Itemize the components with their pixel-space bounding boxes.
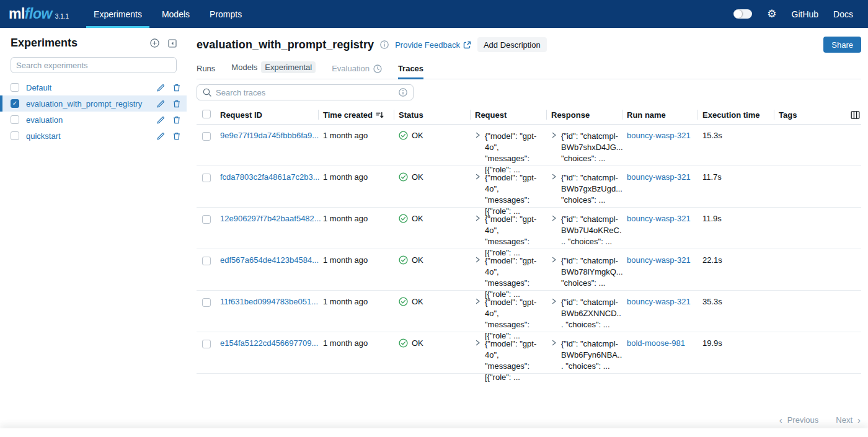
request-id-link[interactable]: fcda7803c2fa4861a7c2b3... — [220, 172, 319, 182]
share-button[interactable]: Share — [823, 37, 861, 53]
experiment-list-item[interactable]: Default — [0, 79, 187, 95]
col-header-status[interactable]: Status — [394, 105, 470, 124]
request-id-link[interactable]: 12e906297f7b42baaf5482... — [220, 214, 321, 223]
sort-descending-icon[interactable] — [376, 111, 384, 119]
expand-response-icon[interactable] — [551, 132, 557, 164]
expand-request-icon[interactable] — [475, 298, 480, 342]
col-header-request-id[interactable]: Request ID — [215, 105, 318, 124]
col-header-response[interactable]: Response — [546, 105, 622, 124]
info-circle-icon[interactable] — [380, 40, 389, 49]
col-header-run-name[interactable]: Run name — [622, 105, 698, 124]
run-name-link[interactable]: bouncy-wasp-321 — [627, 214, 691, 223]
request-id-link[interactable]: e154fa5122cd456697709... — [220, 338, 318, 348]
provide-feedback-link[interactable]: Provide Feedback — [395, 40, 471, 50]
expand-request-icon[interactable] — [475, 257, 480, 300]
col-header-request[interactable]: Request — [470, 105, 546, 124]
run-name-link[interactable]: bouncy-wasp-321 — [627, 131, 691, 140]
add-description-button[interactable]: Add Description — [477, 37, 547, 52]
tab-traces[interactable]: Traces — [398, 64, 423, 79]
previous-page-button[interactable]: ‹ Previous — [779, 415, 819, 425]
experiment-name-link[interactable]: Default — [26, 83, 152, 92]
edit-pencil-icon[interactable] — [157, 84, 165, 92]
trace-row: 12e906297f7b42baaf5482... 1 month ago OK… — [197, 208, 861, 249]
nav-tab-experiments[interactable]: Experiments — [86, 0, 149, 28]
row-checkbox[interactable] — [202, 298, 211, 307]
experiment-checkbox[interactable] — [11, 131, 19, 140]
col-header-tags[interactable]: Tags — [774, 105, 844, 124]
row-checkbox[interactable] — [202, 132, 211, 141]
expand-request-icon[interactable] — [475, 215, 480, 258]
delete-trash-icon[interactable] — [173, 132, 180, 140]
previous-label: Previous — [787, 415, 819, 425]
experiment-checkbox[interactable] — [11, 115, 19, 124]
request-id-link[interactable]: edf567a654de4123b4584... — [220, 255, 319, 265]
create-experiment-icon[interactable] — [150, 38, 159, 48]
experiments-search-input[interactable] — [16, 61, 171, 70]
provide-feedback-label: Provide Feedback — [395, 40, 460, 50]
expand-request-icon[interactable] — [475, 340, 480, 383]
run-name-link[interactable]: bold-moose-981 — [627, 338, 685, 348]
search-info-icon[interactable] — [399, 88, 407, 97]
experiment-name-link[interactable]: quickstart — [26, 131, 152, 141]
tab-models[interactable]: Models Experimental — [231, 61, 316, 79]
delete-trash-icon[interactable] — [173, 116, 180, 124]
response-preview: {"id": "chatcmpl-BWb7U4oKReC... "choices… — [561, 214, 623, 247]
gear-icon[interactable]: ⚙ — [767, 9, 776, 19]
col-label: Request ID — [220, 110, 262, 120]
request-id-link[interactable]: 9e9e77f19da745fbbb6fa9... — [220, 131, 319, 140]
theme-toggle[interactable] — [733, 9, 752, 19]
experiment-list-item[interactable]: quickstart — [0, 128, 187, 144]
col-header-time-created[interactable]: Time created — [318, 105, 394, 124]
col-header-execution-time[interactable]: Execution time — [698, 105, 774, 124]
run-name-link[interactable]: bouncy-wasp-321 — [627, 255, 691, 265]
experiment-name-link[interactable]: evaluation — [26, 115, 152, 125]
experiment-list-item[interactable]: evaluation — [0, 112, 187, 128]
experiment-checkbox[interactable] — [11, 99, 19, 108]
expand-request-icon[interactable] — [475, 132, 480, 175]
traces-search-input[interactable] — [216, 88, 394, 97]
mlflow-logo[interactable]: ml flow 3.1.1 — [9, 0, 69, 28]
docs-link[interactable]: Docs — [833, 9, 853, 19]
next-page-button[interactable]: Next › — [836, 415, 861, 425]
request-preview: {"model": "gpt-4o", "messages": [{"role"… — [485, 297, 541, 342]
row-checkbox[interactable] — [202, 174, 211, 182]
expand-request-icon[interactable] — [475, 174, 480, 217]
expand-response-icon[interactable] — [551, 174, 557, 206]
expand-response-icon[interactable] — [551, 257, 557, 289]
nav-tab-models[interactable]: Models — [154, 0, 197, 28]
expand-response-icon[interactable] — [551, 215, 557, 247]
edit-pencil-icon[interactable] — [157, 100, 165, 108]
logo-text-ml: ml — [9, 6, 25, 22]
expand-response-icon[interactable] — [551, 340, 557, 372]
run-name-link[interactable]: bouncy-wasp-321 — [627, 172, 691, 182]
tab-evaluation[interactable]: Evaluation — [332, 64, 382, 79]
experiment-list-item[interactable]: evaluation_with_prompt_registry — [0, 95, 187, 112]
status-ok-icon — [399, 338, 408, 348]
delete-trash-icon[interactable] — [173, 84, 180, 92]
navbar-right: ⚙ GitHub Docs — [733, 0, 853, 28]
collapse-sidebar-icon[interactable] — [168, 39, 177, 48]
github-link[interactable]: GitHub — [792, 9, 819, 19]
response-preview: {"id": "chatcmpl-BWb7gxBzUgd... "choices… — [561, 172, 622, 206]
tab-runs[interactable]: Runs — [197, 64, 215, 79]
nav-tab-prompts[interactable]: Prompts — [202, 0, 249, 28]
request-id-link[interactable]: 11f631bed0994783be051... — [220, 297, 318, 306]
row-checkbox[interactable] — [202, 340, 211, 348]
edit-pencil-icon[interactable] — [157, 116, 165, 124]
select-all-checkbox[interactable] — [202, 110, 211, 118]
row-checkbox[interactable] — [202, 215, 211, 224]
request-preview: {"model": "gpt-4o", "messages": [{"role"… — [485, 214, 541, 258]
delete-trash-icon[interactable] — [173, 100, 180, 108]
experiment-checkbox[interactable] — [11, 83, 19, 92]
traces-table: Request ID Time created Status Request R… — [197, 105, 861, 374]
sidebar-title: Experiments — [11, 37, 78, 50]
tab-runs-label: Runs — [197, 64, 215, 73]
edit-pencil-icon[interactable] — [157, 132, 165, 140]
tab-models-label: Models — [231, 63, 257, 72]
run-name-link[interactable]: bouncy-wasp-321 — [627, 297, 691, 306]
column-selector[interactable] — [844, 105, 861, 124]
external-link-icon — [463, 41, 471, 49]
experiment-name-link[interactable]: evaluation_with_prompt_registry — [26, 99, 152, 108]
row-checkbox[interactable] — [202, 257, 211, 265]
expand-response-icon[interactable] — [551, 298, 557, 330]
